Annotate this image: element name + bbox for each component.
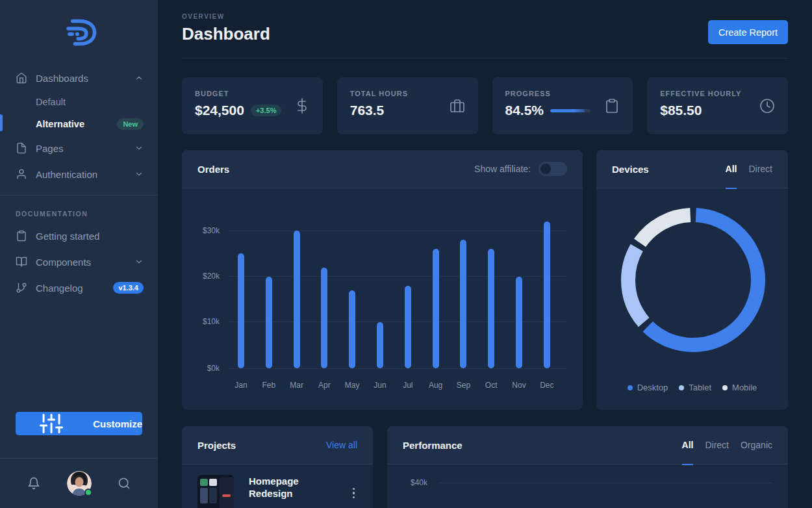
bar-Jun bbox=[377, 322, 383, 368]
y-axis-tick: $40k bbox=[411, 478, 427, 487]
legend-dot bbox=[679, 385, 684, 390]
projects-panel: Projects View all Homepage Redesign bbox=[182, 426, 373, 508]
sidebar-item-label: Pages bbox=[36, 143, 64, 154]
legend-label: Desktop bbox=[637, 383, 668, 392]
legend-entry-desktop: Desktop bbox=[628, 383, 668, 392]
progress-bar bbox=[550, 109, 590, 112]
y-axis-tick: $0k bbox=[188, 364, 220, 373]
project-list-item[interactable]: Homepage Redesign bbox=[197, 475, 357, 508]
tab-direct[interactable]: Direct bbox=[705, 426, 729, 464]
app-logo[interactable] bbox=[0, 0, 158, 65]
bell-icon[interactable] bbox=[27, 477, 40, 490]
page-title: Dashboard bbox=[182, 24, 788, 44]
panel-title: Performance bbox=[403, 440, 463, 451]
project-title: Homepage Redesign bbox=[249, 475, 314, 508]
progress-bar-fill bbox=[550, 109, 585, 112]
briefcase-icon bbox=[450, 98, 465, 114]
customize-label: Customize bbox=[93, 418, 142, 429]
legend-label: Tablet bbox=[689, 383, 711, 392]
legend-dot bbox=[628, 385, 633, 390]
performance-panel: Performance All Direct Organic $40k bbox=[387, 426, 788, 508]
tab-direct[interactable]: Direct bbox=[748, 150, 772, 188]
bar-Mar bbox=[294, 231, 300, 368]
sidebar-item-dashboards[interactable]: Dashboards bbox=[0, 65, 158, 91]
create-report-button[interactable]: Create Report bbox=[708, 20, 788, 44]
tab-all[interactable]: All bbox=[726, 150, 737, 188]
active-nav-indicator bbox=[0, 114, 3, 131]
more-vertical-icon[interactable] bbox=[350, 485, 358, 502]
tab-all[interactable]: All bbox=[682, 426, 694, 464]
clock-icon bbox=[759, 98, 775, 114]
main-content: OVERVIEW Dashboard Create Report BUDGET … bbox=[158, 0, 812, 508]
tab-organic[interactable]: Organic bbox=[741, 426, 772, 464]
bar-Sep bbox=[460, 240, 466, 368]
sidebar-item-label: Changelog bbox=[36, 283, 83, 294]
sidebar-item-label: Authentication bbox=[36, 169, 97, 180]
devices-panel: Devices All Direct De bbox=[596, 150, 788, 410]
dashboard-app: Dashboards Default Alternative New Pages bbox=[0, 0, 812, 508]
gridline bbox=[439, 483, 772, 483]
x-axis-label: Sep bbox=[450, 381, 476, 390]
x-axis-label: Jul bbox=[395, 381, 421, 390]
bar-Nov bbox=[516, 277, 522, 368]
bar-Feb bbox=[266, 277, 272, 368]
stat-card-budget: BUDGET $24,500 +3.5% bbox=[182, 77, 323, 134]
sidebar-item-label: Default bbox=[36, 97, 66, 107]
section-label-documentation: DOCUMENTATION bbox=[0, 203, 158, 223]
y-axis-tick: $10k bbox=[188, 317, 220, 326]
panel-title: Projects bbox=[197, 440, 236, 451]
sidebar-item-pages[interactable]: Pages bbox=[0, 135, 158, 161]
view-all-link[interactable]: View all bbox=[326, 440, 357, 450]
customize-button[interactable]: Customize bbox=[16, 412, 142, 435]
online-status-dot bbox=[84, 489, 92, 496]
legend-dot bbox=[722, 385, 728, 390]
bar-Apr bbox=[321, 268, 327, 368]
orders-chart: $30k $20k $10k $0k JanFebMarAprMayJunJul… bbox=[182, 150, 583, 410]
stat-label: BUDGET bbox=[195, 90, 310, 97]
sidebar-item-label: Getting started bbox=[36, 231, 99, 242]
x-axis-label: Mar bbox=[284, 381, 310, 390]
x-axis-label: Jun bbox=[367, 381, 393, 390]
stat-card-progress: PROGRESS 84.5% bbox=[492, 77, 633, 134]
sidebar-footer bbox=[0, 458, 158, 508]
stat-value: 763.5 bbox=[350, 103, 385, 118]
y-axis-tick: $30k bbox=[188, 226, 220, 235]
version-badge: v1.3.4 bbox=[113, 282, 144, 294]
sidebar-item-label: Alternative bbox=[36, 119, 84, 129]
breadcrumb-eyebrow: OVERVIEW bbox=[182, 13, 788, 20]
devices-donut-chart bbox=[618, 205, 768, 355]
sidebar-item-default[interactable]: Default bbox=[0, 91, 158, 113]
branch-icon bbox=[16, 282, 27, 294]
bar-Jan bbox=[238, 253, 244, 368]
stat-value: $85.50 bbox=[660, 103, 702, 118]
clipboard-icon bbox=[16, 230, 27, 242]
search-icon[interactable] bbox=[118, 477, 131, 490]
chevron-up-icon bbox=[134, 73, 144, 83]
x-axis-label: Apr bbox=[311, 381, 337, 390]
sidebar-item-components[interactable]: Components bbox=[0, 249, 158, 275]
clipboard-icon bbox=[604, 98, 620, 114]
sidebar-item-authentication[interactable]: Authentication bbox=[0, 161, 158, 187]
bar-Jul bbox=[405, 286, 411, 368]
avatar[interactable] bbox=[67, 471, 92, 496]
bar-May bbox=[349, 290, 355, 368]
stat-card-total-hours: TOTAL HOURS 763.5 bbox=[337, 77, 478, 134]
chevron-down-icon bbox=[134, 170, 144, 179]
new-badge: New bbox=[117, 118, 144, 130]
y-axis-tick: $20k bbox=[188, 272, 220, 281]
sidebar-item-changelog[interactable]: Changelog v1.3.4 bbox=[0, 275, 158, 301]
chevron-down-icon bbox=[134, 144, 144, 153]
bar-Aug bbox=[433, 249, 439, 368]
sidebar-item-getting-started[interactable]: Getting started bbox=[0, 223, 158, 249]
sidebar-item-alternative[interactable]: Alternative New bbox=[0, 113, 158, 135]
file-icon bbox=[16, 142, 27, 154]
header-divider bbox=[182, 58, 788, 58]
devices-legend: Desktop Tablet Mobile bbox=[596, 383, 788, 392]
x-axis-label: Feb bbox=[256, 381, 282, 390]
logo-icon bbox=[60, 14, 98, 51]
x-axis-label: Dec bbox=[534, 381, 560, 390]
stat-value: $24,500 bbox=[195, 103, 244, 118]
legend-entry-mobile: Mobile bbox=[722, 383, 757, 392]
stat-value: 84.5% bbox=[505, 103, 544, 118]
chevron-down-icon bbox=[134, 257, 144, 266]
